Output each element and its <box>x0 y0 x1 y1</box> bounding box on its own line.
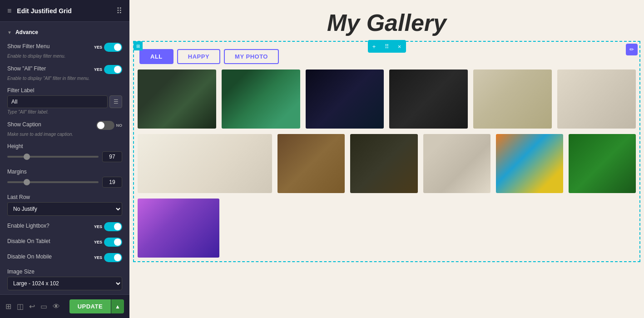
drag-element-button[interactable]: ⠿ <box>381 40 393 53</box>
filter-all-button[interactable]: ALL <box>139 49 173 64</box>
update-button[interactable]: UPDATE <box>69 299 111 313</box>
height-label: Height <box>7 143 122 149</box>
image-size-label: Image Size <box>7 268 122 275</box>
filter-label-hint: Type "All" filter label. <box>7 109 122 114</box>
enable-lightbox-toggle[interactable] <box>104 222 122 231</box>
undo-icon[interactable]: ↩ <box>29 302 35 311</box>
photo-row-3 <box>138 199 636 258</box>
margins-row: Margins 19 <box>7 169 122 188</box>
show-caption-toggle-wrapper: NO <box>96 121 123 130</box>
show-filter-menu-toggle-wrapper: YES <box>94 43 122 52</box>
show-filter-menu-hint: Enable to display filter menu. <box>7 54 122 59</box>
element-toolbar: + ⠿ × <box>368 40 406 53</box>
gallery-wrapper: ⊞ ✏ ALL HAPPY MY PHOTO <box>133 41 640 262</box>
filter-label-label: Filter Label <box>7 87 122 94</box>
show-all-filter-toggle-wrapper: YES <box>94 65 122 74</box>
filter-label-row: Filter Label ☰ Type "All" filter label. <box>7 87 122 114</box>
sidebar-footer: ⊞ ◫ ↩ ▭ 👁 UPDATE ▲ <box>0 294 129 318</box>
eye-icon[interactable]: 👁 <box>53 303 60 311</box>
delete-element-button[interactable]: × <box>393 40 406 53</box>
show-caption-toggle[interactable] <box>96 121 114 130</box>
photo-woman-white <box>138 134 272 193</box>
show-caption-row: Show Caption NO Make sure to add image c… <box>7 121 122 137</box>
filter-label-icon-btn[interactable]: ☰ <box>109 95 122 108</box>
disable-tablet-toggle[interactable] <box>104 238 122 247</box>
photo-fishing-water <box>222 70 300 129</box>
update-arrow-button[interactable]: ▲ <box>111 299 124 313</box>
add-element-button[interactable]: + <box>368 40 381 53</box>
show-all-filter-toggle[interactable] <box>104 65 122 74</box>
show-all-filter-yes-label: YES <box>94 67 102 72</box>
photo-music-eq <box>389 70 468 129</box>
last-row-select[interactable]: No Justify Justify Hide <box>7 202 122 216</box>
grid-icon[interactable]: ⠿ <box>116 6 122 16</box>
disable-tablet-toggle-wrapper: YES <box>94 238 122 247</box>
show-filter-menu-label: Show Filter Menu <box>7 43 50 50</box>
edit-pencil-button[interactable]: ✏ <box>626 44 638 55</box>
footer-icons: ⊞ ◫ ↩ ▭ 👁 <box>5 302 60 311</box>
enable-lightbox-yes-label: YES <box>94 224 102 229</box>
filter-myphoto-button[interactable]: MY PHOTO <box>224 49 279 64</box>
margins-label: Margins <box>7 169 122 175</box>
photo-silhouette <box>138 199 219 258</box>
section-title: Advance <box>7 29 122 35</box>
height-row: Height 97 <box>7 143 122 162</box>
show-filter-menu-row: Show Filter Menu YES Enable to display f… <box>7 43 122 59</box>
window-icon[interactable]: ▭ <box>40 302 47 311</box>
photo-colorful-art <box>496 134 563 193</box>
filter-label-input-wrapper: ☰ <box>7 95 122 108</box>
photo-chess <box>350 134 417 193</box>
show-all-filter-hint: Enable to display "All" filter in filter… <box>7 76 122 81</box>
stack-icon[interactable]: ◫ <box>17 302 24 311</box>
main-content: My Gallery + ⠿ × ⊞ ✏ ALL HAPPY MY PHOTO <box>129 0 644 318</box>
gallery-title: My Gallery <box>129 0 644 41</box>
show-caption-label: Show Caption <box>7 121 41 128</box>
photo-golf <box>569 134 636 193</box>
sidebar-title: Edit Justified Grid <box>17 7 72 15</box>
gallery-corner-icon: ⊞ <box>134 41 143 50</box>
sidebar-content: Advance Show Filter Menu YES Enable to d… <box>0 22 129 294</box>
show-all-filter-label: Show "All" Filter <box>7 65 46 72</box>
show-filter-menu-yes-label: YES <box>94 45 102 50</box>
sidebar: ≡ Edit Justified Grid ⠿ Advance Show Fil… <box>0 0 129 318</box>
image-size-row: Image Size Large - 1024 x 102 Medium Sma… <box>7 268 122 290</box>
show-caption-hint: Make sure to add image caption. <box>7 132 122 137</box>
sidebar-header: ≡ Edit Justified Grid ⠿ <box>0 0 129 22</box>
disable-mobile-toggle-wrapper: YES <box>94 253 122 262</box>
show-caption-no-label: NO <box>116 123 123 128</box>
disable-mobile-toggle[interactable] <box>104 253 122 262</box>
height-slider[interactable] <box>7 156 99 158</box>
layers-icon[interactable]: ⊞ <box>5 302 11 311</box>
margins-value: 19 <box>102 177 122 188</box>
margins-slider[interactable] <box>7 181 99 183</box>
disable-mobile-yes-label: YES <box>94 255 102 260</box>
disable-mobile-row: Disable On Mobile YES <box>7 253 122 262</box>
photo-woman-red <box>423 134 490 193</box>
disable-tablet-label: Disable On Tablet <box>7 238 50 244</box>
photo-row-2 <box>138 134 636 193</box>
enable-lightbox-toggle-wrapper: YES <box>94 222 122 231</box>
last-row-label: Last Row <box>7 194 122 200</box>
photo-hands-dirt <box>277 134 345 193</box>
filter-happy-button[interactable]: HAPPY <box>177 49 220 64</box>
update-btn-wrapper: UPDATE ▲ <box>69 299 124 313</box>
height-slider-row: 97 <box>7 151 122 162</box>
photo-dark-space <box>306 70 384 129</box>
last-row-row: Last Row No Justify Justify Hide <box>7 194 122 216</box>
photo-office <box>473 70 552 129</box>
photo-row-1 <box>138 70 636 129</box>
height-value: 97 <box>102 151 122 162</box>
photo-fishing-hands <box>138 70 216 129</box>
hamburger-icon[interactable]: ≡ <box>7 7 11 15</box>
photo-grid <box>138 70 636 258</box>
enable-lightbox-label: Enable Lightbox? <box>7 223 50 229</box>
filter-label-input[interactable] <box>7 95 108 108</box>
image-size-select[interactable]: Large - 1024 x 102 Medium Small Thumbnai… <box>7 277 122 290</box>
show-filter-menu-toggle[interactable] <box>104 43 122 52</box>
show-all-filter-row: Show "All" Filter YES Enable to display … <box>7 65 122 81</box>
margins-slider-row: 19 <box>7 177 122 188</box>
sidebar-header-left: ≡ Edit Justified Grid <box>7 7 72 15</box>
photo-laptop <box>557 70 636 129</box>
enable-lightbox-row: Enable Lightbox? YES <box>7 222 122 231</box>
disable-mobile-label: Disable On Mobile <box>7 253 52 260</box>
